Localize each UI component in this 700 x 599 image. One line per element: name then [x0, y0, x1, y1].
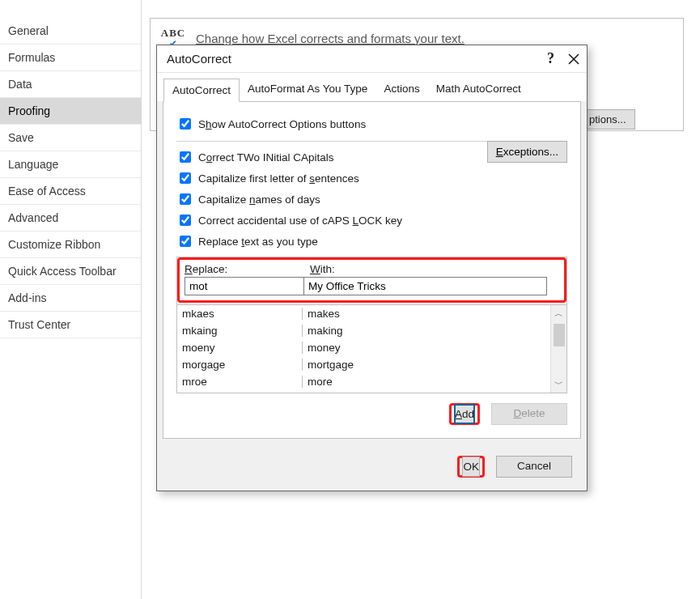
sidebar-item-save[interactable]: Save — [0, 125, 141, 151]
tab-actions[interactable]: Actions — [375, 78, 427, 101]
checkbox-caps-lock[interactable]: Correct accidental use of cAPS LOCK key — [176, 210, 567, 231]
cancel-button[interactable]: Cancel — [496, 456, 572, 478]
checkbox-replace-text-label: Replace text as you type — [198, 236, 318, 248]
ok-button[interactable]: OK — [462, 457, 480, 477]
checkbox-cap-days-input[interactable] — [180, 193, 191, 205]
titlebar-controls: ? — [547, 50, 580, 67]
sidebar-item-language[interactable]: Language — [0, 151, 141, 178]
dialog-title: AutoCorrect — [167, 52, 231, 66]
add-button[interactable]: Add — [454, 404, 475, 424]
help-icon[interactable]: ? — [547, 50, 554, 67]
list-scrollbar[interactable]: ︿ ﹀ — [550, 305, 566, 393]
tab-autoformat[interactable]: AutoFormat As You Type — [240, 78, 375, 101]
tabstrip: AutoCorrect AutoFormat As You Type Actio… — [157, 72, 587, 101]
checkbox-show-options-label: Show AutoCorrect Options buttons — [198, 118, 366, 130]
replace-label: Replace: — [185, 263, 310, 275]
bg-options-btn-label: ptions... — [589, 113, 626, 125]
tab-panel-autocorrect: Show AutoCorrect Options buttons Excepti… — [163, 101, 581, 439]
with-label: With: — [310, 263, 335, 275]
sidebar-item-quick-access-toolbar[interactable]: Quick Access Toolbar — [0, 258, 141, 285]
show-options-row: Show AutoCorrect Options buttons — [176, 113, 567, 142]
scroll-down-icon[interactable]: ﹀ — [551, 376, 566, 393]
dialog-footer: OK Cancel — [157, 444, 587, 491]
sidebar-item-general[interactable]: General — [0, 18, 141, 45]
list-item[interactable]: morgagemortgage — [177, 356, 550, 373]
options-sidebar: General Formulas Data Proofing Save Lang… — [0, 0, 142, 599]
checkbox-cap-days[interactable]: Capitalize names of days — [176, 189, 567, 210]
close-icon[interactable] — [567, 53, 580, 66]
list-item[interactable]: mkaesmakes — [177, 305, 550, 322]
dialog-titlebar: AutoCorrect ? — [157, 45, 587, 72]
sidebar-item-customize-ribbon[interactable]: Customize Ribbon — [0, 232, 141, 258]
list-item[interactable]: moenymoney — [177, 339, 550, 356]
checkbox-cap-sentence[interactable]: Capitalize first letter of sentences — [176, 168, 567, 189]
checkbox-replace-text[interactable]: Replace text as you type — [176, 231, 567, 252]
sidebar-item-ease-of-access[interactable]: Ease of Access — [0, 178, 141, 205]
checkbox-caps-lock-label: Correct accidental use of cAPS LOCK key — [198, 215, 402, 227]
replace-block: Replace: With: mkaesmakes mkaingmaking m… — [176, 257, 567, 393]
scroll-up-icon[interactable]: ︿ — [551, 305, 566, 322]
autocorrect-options-button-bg[interactable]: ptions... — [580, 109, 635, 130]
list-rows[interactable]: mkaesmakes mkaingmaking moenymoney morga… — [177, 305, 550, 393]
sidebar-item-trust-center[interactable]: Trust Center — [0, 312, 141, 338]
list-item[interactable]: mkaingmaking — [177, 322, 550, 339]
checkbox-caps-lock-input[interactable] — [180, 215, 191, 226]
replace-input[interactable] — [185, 277, 304, 295]
checkbox-show-options[interactable]: Show AutoCorrect Options buttons — [176, 113, 567, 134]
checkbox-cap-sentence-label: Capitalize first letter of sentences — [198, 172, 359, 185]
panel-heading: Change how Excel corrects and formats yo… — [196, 32, 465, 45]
checkbox-two-initial-caps-input[interactable] — [180, 151, 191, 163]
checkbox-cap-sentence-input[interactable] — [180, 172, 191, 184]
checkbox-cap-days-label: Capitalize names of days — [198, 193, 320, 206]
replace-labels-row: Replace: With: — [185, 263, 559, 275]
scroll-thumb[interactable] — [554, 324, 565, 346]
exceptions-button[interactable]: Exceptions... — [487, 141, 567, 163]
autocorrect-dialog: AutoCorrect ? AutoCorrect AutoFormat As … — [156, 45, 588, 491]
sidebar-item-proofing[interactable]: Proofing — [0, 98, 141, 125]
sidebar-item-data[interactable]: Data — [0, 71, 141, 98]
highlight-replace-inputs: Replace: With: — [177, 257, 566, 303]
tab-autocorrect[interactable]: AutoCorrect — [163, 79, 240, 102]
checkbox-replace-text-input[interactable] — [180, 236, 191, 247]
autocorrect-list: mkaesmakes mkaingmaking moenymoney morga… — [177, 304, 566, 393]
sidebar-item-add-ins[interactable]: Add-ins — [0, 285, 141, 312]
list-item[interactable]: mroemore — [177, 373, 550, 390]
scroll-track[interactable] — [554, 322, 565, 376]
highlight-add-button: Add — [449, 403, 480, 425]
add-delete-row: Add Delete — [176, 393, 567, 427]
tab-math-autocorrect[interactable]: Math AutoCorrect — [428, 78, 529, 101]
checkbox-two-initial-caps-label: Correct TWo INitial CApitals — [198, 151, 334, 164]
checkbox-show-options-input[interactable] — [180, 118, 191, 130]
delete-button: Delete — [491, 403, 567, 425]
sidebar-item-formulas[interactable]: Formulas — [0, 45, 141, 71]
highlight-ok-button: OK — [457, 456, 485, 478]
list-inner: mkaesmakes mkaingmaking moenymoney morga… — [177, 305, 566, 393]
sidebar-item-advanced[interactable]: Advanced — [0, 205, 141, 232]
with-input[interactable] — [304, 277, 547, 295]
replace-inputs-row — [185, 277, 559, 295]
